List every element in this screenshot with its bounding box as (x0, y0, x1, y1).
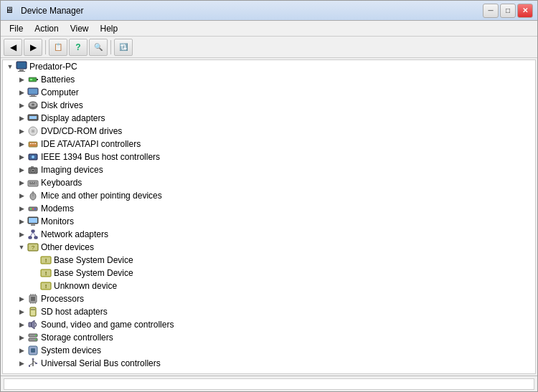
label-imaging: Imaging devices (41, 165, 103, 175)
scan-button[interactable]: 🔍 (89, 39, 108, 56)
icon-predator-pc (16, 61, 27, 72)
label-keyboards: Keyboards (41, 178, 82, 188)
label-usb: Universal Serial Bus controllers (41, 358, 161, 368)
tree-item-usb[interactable]: ▶ Universal Serial Bus controllers (3, 357, 535, 370)
label-sd-host: SD host adapters (41, 307, 108, 317)
tree-item-sound[interactable]: ▶ Sound, video and game controllers (3, 318, 535, 331)
minimize-button[interactable]: ─ (483, 4, 499, 18)
svg-rect-67 (29, 322, 32, 327)
menu-view[interactable]: View (65, 22, 95, 35)
tree-item-keyboards[interactable]: ▶ Keyboards (3, 176, 535, 189)
label-base-system-1: Base System Device (54, 255, 133, 265)
expander-ieee1394[interactable]: ▶ (16, 151, 27, 163)
tree-item-predator-pc[interactable]: ▼ Predator-PC (3, 60, 535, 73)
expander-system-devices[interactable]: ▶ (16, 345, 27, 356)
tree-item-base-system-1[interactable]: ▶ ! Base System Device (3, 254, 535, 267)
back-button[interactable]: ◀ (4, 39, 22, 56)
maximize-button[interactable]: □ (500, 4, 516, 18)
tree-item-unknown-device[interactable]: ▶ ! Unknown device (3, 279, 535, 292)
tree-item-storage[interactable]: ▶ Storage controllers (3, 331, 535, 344)
tree-item-processors[interactable]: ▶ Processors (3, 292, 535, 305)
expander-mice[interactable]: ▶ (16, 190, 27, 201)
tree-item-ieee1394[interactable]: ▶ IEEE 1394 Bus host controllers (3, 150, 535, 163)
expander-dvd-rom[interactable]: ▶ (16, 125, 27, 137)
menu-file[interactable]: File (4, 22, 29, 35)
expander-usb[interactable]: ▶ (16, 358, 27, 369)
close-button[interactable]: ✕ (517, 4, 533, 18)
tree-item-disk-drives[interactable]: ▶ Disk drives (3, 99, 535, 112)
expander-keyboards[interactable]: ▶ (16, 177, 27, 188)
svg-rect-5 (30, 79, 32, 80)
label-modems: Modems (41, 204, 74, 214)
device-tree[interactable]: ▼ Predator-PC ▶ (2, 59, 536, 374)
label-dvd-rom: DVD/CD-ROM drives (41, 126, 122, 136)
help-button[interactable]: ? (69, 39, 88, 56)
forward-button[interactable]: ▶ (24, 39, 42, 56)
icon-display-adapters (27, 113, 39, 124)
svg-rect-20 (34, 143, 36, 144)
icon-batteries (27, 74, 39, 85)
expander-modems[interactable]: ▶ (16, 203, 27, 214)
svg-point-25 (32, 170, 34, 172)
svg-point-39 (32, 209, 34, 210)
expander-monitors[interactable]: ▶ (16, 216, 27, 227)
icon-usb (27, 358, 39, 369)
icon-storage (27, 332, 39, 343)
expander-sound[interactable]: ▶ (16, 319, 27, 330)
tree-item-mice[interactable]: ▶ Mice and other pointing devices (3, 189, 535, 202)
window-title: Device Manager (21, 6, 83, 16)
menu-action[interactable]: Action (29, 22, 64, 35)
expander-ide-ata[interactable]: ▶ (16, 138, 27, 150)
tree-item-display-adapters[interactable]: ▶ Display adapters (3, 112, 535, 125)
svg-rect-74 (31, 348, 35, 353)
expander-batteries[interactable]: ▶ (16, 74, 27, 85)
menu-help[interactable]: Help (95, 22, 124, 35)
icon-sound (27, 319, 39, 330)
svg-rect-1 (19, 70, 24, 71)
expander-network[interactable]: ▶ (16, 229, 27, 240)
expander-disk-drives[interactable]: ▶ (16, 100, 27, 111)
svg-point-15 (32, 130, 34, 133)
properties-button[interactable]: 📋 (49, 39, 67, 56)
svg-rect-33 (36, 183, 37, 184)
expander-sd-host[interactable]: ▶ (16, 306, 27, 317)
tree-item-system-devices[interactable]: ▶ System devices (3, 344, 535, 357)
svg-rect-0 (16, 62, 27, 69)
icon-system-devices (27, 345, 39, 356)
tree-item-base-system-2[interactable]: ▶ ! Base System Device (3, 267, 535, 279)
svg-rect-17 (29, 142, 37, 147)
update-button[interactable]: 🔃 (114, 39, 133, 56)
expander-display-adapters[interactable]: ▶ (16, 113, 27, 124)
tree-item-sd-host[interactable]: ▶ SD host adapters (3, 305, 535, 318)
tree-item-computer[interactable]: ▶ Computer (3, 86, 535, 99)
tree-item-modems[interactable]: ▶ Modems (3, 202, 535, 215)
expander-imaging[interactable]: ▶ (16, 164, 27, 176)
svg-rect-18 (30, 143, 32, 144)
svg-rect-29 (32, 182, 33, 183)
expander-computer[interactable]: ▶ (16, 87, 27, 98)
svg-rect-4 (37, 79, 38, 80)
tree-item-batteries[interactable]: ▶ Batteries (3, 73, 535, 86)
tree-item-monitors[interactable]: ▶ Monitors (3, 215, 535, 228)
expander-storage[interactable]: ▶ (16, 332, 27, 343)
label-sound: Sound, video and game controllers (41, 320, 174, 330)
tree-item-other-devices[interactable]: ▼ ? Other devices (3, 241, 535, 254)
expander-processors[interactable]: ▶ (16, 293, 27, 305)
svg-point-38 (30, 209, 32, 210)
tree-item-network[interactable]: ▶ Network adapters (3, 228, 535, 241)
expander-other-devices[interactable]: ▼ (16, 242, 27, 253)
label-system-devices: System devices (41, 345, 101, 355)
svg-rect-32 (29, 183, 35, 184)
title-buttons: ─ □ ✕ (483, 4, 533, 18)
svg-rect-58 (31, 297, 35, 301)
label-disk-drives: Disk drives (41, 100, 83, 110)
svg-rect-46 (34, 236, 37, 239)
menu-bar: File Action View Help (1, 21, 537, 37)
tree-item-imaging[interactable]: ▶ Imaging devices (3, 163, 535, 176)
svg-point-71 (35, 335, 37, 336)
svg-text:!: ! (45, 257, 47, 264)
tree-item-dvd-rom[interactable]: ▶ DVD/CD-ROM drives (3, 125, 535, 138)
tree-item-ide-ata[interactable]: ▶ IDE ATA/ATAPI controllers (3, 138, 535, 150)
expander-predator-pc[interactable]: ▼ (4, 61, 16, 72)
icon-imaging (27, 164, 39, 176)
